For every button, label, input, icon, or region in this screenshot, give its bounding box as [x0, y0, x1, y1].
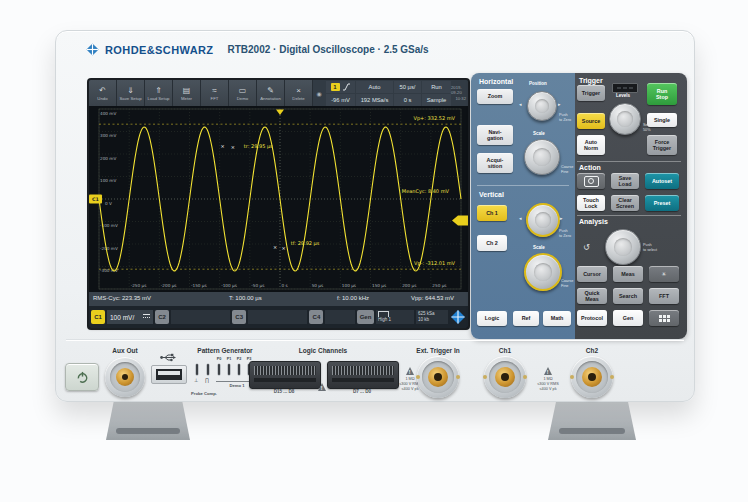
navigation-button[interactable]: Navi-gation — [477, 125, 513, 145]
pattern-pin-p1 — [228, 364, 230, 375]
channel1-button[interactable]: Ch 1 — [477, 205, 507, 221]
pattern-pin-p0 — [218, 364, 220, 375]
ch2-connector — [571, 356, 613, 398]
acquisition-status-cell[interactable]: Auto 192 MSa/s — [355, 80, 393, 106]
source-button[interactable]: Source — [577, 113, 605, 129]
power-button[interactable] — [65, 363, 99, 391]
single-button[interactable]: Single — [647, 113, 677, 127]
gen-state-value: High 1 — [378, 317, 412, 323]
channel2-slot — [171, 310, 230, 324]
svg-text:-100 µs: -100 µs — [221, 283, 237, 288]
acquisition-state-value: Run — [422, 81, 451, 93]
svg-text:-200 mV: -200 mV — [100, 246, 118, 251]
channel2-button[interactable]: Ch 2 — [477, 235, 507, 251]
screenshot-button[interactable] — [577, 173, 605, 189]
vertical-scale-knob[interactable] — [524, 253, 562, 291]
gen-badge[interactable]: Gen — [357, 310, 374, 324]
zoom-button[interactable]: Zoom — [477, 89, 513, 104]
navigation-knob[interactable] — [605, 229, 641, 265]
delete-button[interactable]: ×Delete — [285, 80, 313, 106]
toolbar-label: Annotation — [260, 96, 281, 101]
annotation-button[interactable]: ✎Annotation — [257, 80, 285, 106]
svg-text:100 µs: 100 µs — [342, 283, 356, 288]
ground-icon: ⊥ — [194, 377, 198, 383]
protocol-button[interactable]: Protocol — [577, 310, 607, 326]
channel-warning: 1 MΩ ≤300 V RMS ≤400 V pk — [537, 377, 559, 392]
fft-button[interactable]: ≈FFT — [201, 80, 229, 106]
demo-button[interactable]: ▭Demo — [229, 80, 257, 106]
touch-lock-button[interactable]: TouchLock — [577, 195, 605, 211]
logic-channels-label: Logic Channels — [299, 347, 347, 354]
oscilloscope-screen: ↶Undo ⇓Save Setup ⇑Load Setup ▤Meter ≈FF… — [89, 80, 468, 328]
display-brightness-button[interactable]: ☀ — [649, 266, 679, 282]
fft-panel-button[interactable]: FFT — [649, 288, 679, 304]
gen-state-cell: High 1 — [376, 310, 414, 324]
channel3-slot — [248, 310, 307, 324]
clear-screen-button[interactable]: ClearScreen — [611, 195, 639, 211]
svg-text:250 µs: 250 µs — [432, 283, 446, 288]
trigger-source-badge: 1 — [331, 83, 340, 91]
panel-seam — [66, 339, 684, 340]
product-stage: ROHDE&SCHWARZ RTB2002 · Digital Oscillos… — [0, 0, 748, 502]
trigger-status-cell[interactable]: 1 -96 mV — [325, 80, 355, 106]
cursor-button[interactable]: Cursor — [577, 266, 607, 282]
pin-label-p0: P0 — [217, 357, 222, 361]
section-divider — [577, 215, 681, 216]
force-trigger-button[interactable]: ForceTrigger — [647, 135, 677, 155]
save-load-button[interactable]: SaveLoad — [611, 173, 639, 189]
vpp-result: Vpp: 644.53 mV — [411, 295, 454, 301]
auto-norm-button[interactable]: AutoNorm — [577, 135, 605, 155]
run-status-cell[interactable]: Run Sample — [421, 80, 451, 106]
rms-cyc-result: RMS-Cyc: 223.35 mV — [93, 295, 151, 301]
settings-icon[interactable]: ◉ — [313, 80, 325, 106]
timebase-value: 50 µs/ — [394, 81, 421, 93]
search-button[interactable]: Search — [613, 288, 643, 304]
horizontal-scale-knob[interactable] — [524, 139, 560, 175]
horizontal-position-knob[interactable] — [527, 91, 557, 121]
undo-button[interactable]: ↶Undo — [89, 80, 117, 106]
channel1-badge[interactable]: C1 — [91, 310, 105, 324]
section-divider — [477, 185, 569, 186]
channel4-badge[interactable]: C4 — [309, 310, 323, 324]
load-setup-button[interactable]: ⇑Load Setup — [145, 80, 173, 106]
ref-button[interactable]: Ref — [513, 311, 539, 326]
math-button[interactable]: Math — [543, 311, 571, 326]
trigger-button[interactable]: Trigger — [577, 85, 605, 101]
channel1-scale-cell[interactable]: 100 mV/ — [107, 310, 153, 324]
toolbar-label: Save Setup — [119, 96, 141, 101]
sample-rate-value: 192 MSa/s — [356, 94, 393, 106]
acquisition-button[interactable]: Acqui-sition — [477, 153, 513, 173]
autoset-button[interactable]: Autoset — [645, 173, 679, 189]
trigger-level-knob[interactable] — [609, 103, 641, 135]
run-stop-button[interactable]: RunStop — [647, 83, 677, 105]
timebase-status-cell[interactable]: 50 µs/ 0 s — [393, 80, 421, 106]
svg-text:×: × — [273, 244, 277, 250]
vertical-position-knob[interactable] — [526, 203, 560, 237]
vertical-section-title: Vertical — [479, 191, 504, 198]
channel3-badge[interactable]: C3 — [232, 310, 246, 324]
trigger-level-value: -96 mV — [326, 94, 355, 106]
demo-icon: ▭ — [239, 86, 247, 95]
svg-text:200 mV: 200 mV — [100, 156, 116, 161]
preset-button[interactable]: Preset — [645, 195, 679, 211]
usb-port — [151, 365, 187, 384]
svg-text:tr: 29.95 µs: tr: 29.95 µs — [244, 143, 273, 150]
svg-text:MeanCyc: 8.40 mV: MeanCyc: 8.40 mV — [402, 188, 450, 195]
apps-button[interactable] — [649, 310, 679, 326]
save-setup-button[interactable]: ⇓Save Setup — [117, 80, 145, 106]
channel2-badge[interactable]: C2 — [155, 310, 169, 324]
logic-button[interactable]: Logic — [477, 311, 507, 326]
logic-pod-d7-d0 — [327, 361, 399, 389]
meter-button[interactable]: ▤Meter — [173, 80, 201, 106]
quick-meas-button[interactable]: QuickMeas — [577, 288, 607, 304]
meas-button[interactable]: Meas — [613, 266, 643, 282]
toolbar-label: Delete — [292, 96, 304, 101]
frequency-result: f: 10.00 kHz — [337, 295, 369, 301]
datetime-display: 2019-09-20 10:32 — [451, 80, 468, 106]
gen-button[interactable]: Gen — [613, 310, 643, 326]
svg-text:0 s: 0 s — [282, 283, 288, 288]
toolbar-label: Undo — [97, 96, 107, 101]
svg-text:100 mV: 100 mV — [100, 178, 116, 183]
delete-icon: × — [296, 86, 301, 95]
probe-comp-label: Probe Comp. — [191, 391, 217, 396]
